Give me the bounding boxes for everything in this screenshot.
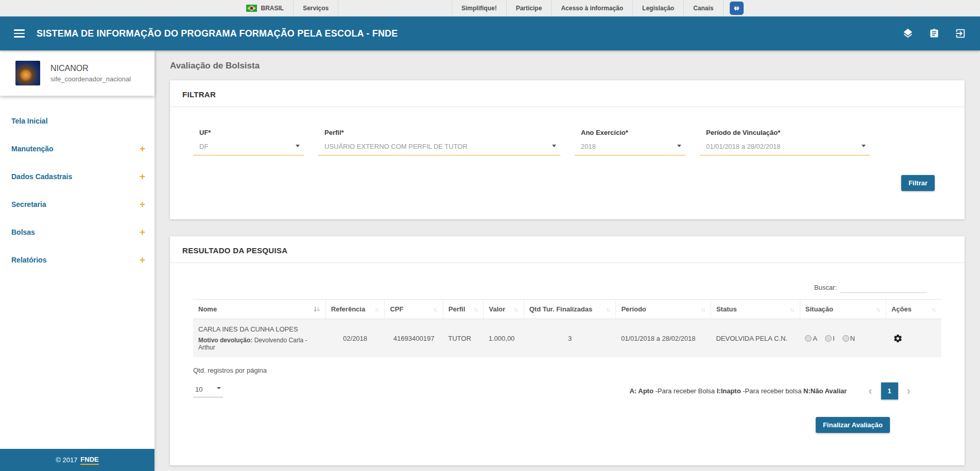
- filtrar-button[interactable]: Filtrar: [901, 175, 935, 191]
- column-header-periodo[interactable]: Período↑↓: [616, 300, 711, 319]
- per-page-value: 10: [195, 386, 202, 393]
- cell-perfil: TUTOR: [443, 319, 483, 358]
- sidebar-item-dados-cadastrais[interactable]: Dados Cadastrais +: [0, 163, 154, 190]
- column-header-nome[interactable]: Nome: [193, 300, 325, 319]
- ano-exercicio-select[interactable]: 2018: [575, 142, 685, 155]
- row-actions-button[interactable]: [891, 334, 903, 343]
- situacao-legend: A: Apto -Para receber Bolsa I:Inapto -Pa…: [629, 387, 847, 395]
- sidebar-item-relatorios[interactable]: Relatórios +: [0, 246, 154, 274]
- column-header-qtd-turmas[interactable]: Qtd Tur. Finalizadas↑↓: [524, 300, 616, 319]
- ano-value: 2018: [581, 143, 596, 150]
- vlibras-button[interactable]: [730, 2, 744, 15]
- situacao-radio-nao-avaliar[interactable]: [843, 335, 849, 342]
- sidebar-item-label: Tela Inicial: [11, 117, 48, 125]
- sidebar-item-manutencao[interactable]: Manutenção +: [0, 135, 154, 163]
- plus-icon: +: [140, 254, 145, 266]
- previous-page-icon[interactable]: ‹: [868, 386, 872, 397]
- perfil-value: USUÁRIO EXTERNO COM PERFIL DE TUTOR: [324, 143, 468, 150]
- logout-icon[interactable]: [955, 28, 966, 39]
- govbar-legislacao[interactable]: Legislação: [632, 0, 683, 16]
- field-ano-exercicio: Ano Exercício* 2018: [575, 129, 685, 155]
- filter-panel-title: FILTRAR: [170, 80, 965, 107]
- sort-icon: ↑↓: [433, 306, 438, 312]
- cell-valor: 1.000,00: [484, 319, 524, 358]
- column-header-referencia[interactable]: Referência↑↓: [325, 300, 385, 319]
- situacao-label-i: I: [833, 335, 835, 342]
- sort-icon: ↑↓: [790, 306, 795, 312]
- layers-icon[interactable]: [902, 28, 914, 39]
- periodo-vinculacao-select[interactable]: 01/01/2018 a 28/02/2018: [700, 142, 870, 155]
- field-uf-label: UF*: [193, 129, 304, 136]
- sort-active-icon: [314, 306, 320, 312]
- cell-qtd-turmas: 3: [524, 319, 616, 358]
- periodo-value: 01/01/2018 a 28/02/2018: [706, 143, 781, 150]
- field-ano-label: Ano Exercício*: [575, 129, 685, 136]
- cell-cpf: 41693400197: [385, 319, 443, 358]
- govbar-acesso-informacao[interactable]: Acesso à informação: [551, 0, 632, 16]
- cell-acoes: [886, 319, 941, 358]
- app-title: SISTEMA DE INFORMAÇÃO DO PROGRAMA FORMAÇ…: [37, 28, 398, 39]
- user-role: sife_coordenador_nacional: [50, 75, 131, 83]
- column-header-status[interactable]: Status↑↓: [711, 300, 800, 319]
- user-card: NICANOR sife_coordenador_nacional: [0, 50, 154, 96]
- vlibras-hands-icon: [732, 4, 741, 13]
- menu-icon[interactable]: [14, 29, 25, 38]
- govbar-simplifique[interactable]: Simplifique!: [452, 0, 506, 16]
- sort-icon: ↑↓: [606, 306, 610, 312]
- govbar-participe[interactable]: Participe: [506, 0, 552, 16]
- sidebar-item-bolsas[interactable]: Bolsas +: [0, 218, 154, 246]
- cell-periodo: 01/01/2018 a 28/02/2018: [616, 319, 711, 358]
- user-name: NICANOR: [50, 64, 131, 73]
- fnde-link[interactable]: FNDE: [80, 456, 98, 465]
- field-periodo-vinculacao: Período de Vinculação* 01/01/2018 a 28/0…: [700, 129, 870, 155]
- filter-panel: FILTRAR UF* DF Perfil* USUÁRIO EXTERNO C…: [170, 80, 965, 219]
- sort-icon: ↑↓: [932, 306, 936, 312]
- pagination: ‹ 1 ›: [868, 382, 910, 399]
- caret-down-icon: [552, 145, 556, 147]
- sort-icon: ↑↓: [473, 306, 478, 312]
- copyright-text: © 2017: [56, 456, 77, 464]
- column-header-acoes[interactable]: Ações↑↓: [886, 300, 941, 319]
- situacao-radio-apto[interactable]: [805, 335, 812, 342]
- search-input[interactable]: [840, 283, 927, 293]
- plus-icon: +: [140, 171, 145, 182]
- plus-icon: +: [140, 199, 145, 210]
- column-header-valor[interactable]: Valor↑↓: [484, 300, 524, 319]
- gov-bar: BRASIL Serviços Simplifique! Participe A…: [0, 0, 980, 16]
- sidebar-item-secretaria[interactable]: Secretaria +: [0, 190, 154, 218]
- page-1-button[interactable]: 1: [881, 382, 898, 399]
- clipboard-icon[interactable]: [929, 28, 939, 39]
- app-header: SISTEMA DE INFORMAÇÃO DO PROGRAMA FORMAÇ…: [0, 16, 980, 50]
- page-title: Avaliação de Bolsista: [170, 61, 965, 71]
- govbar-brasil[interactable]: BRASIL: [237, 0, 294, 16]
- brasil-label: BRASIL: [261, 5, 284, 12]
- perfil-select[interactable]: USUÁRIO EXTERNO COM PERFIL DE TUTOR: [318, 142, 560, 155]
- next-page-icon[interactable]: ›: [907, 386, 910, 397]
- govbar-servicos[interactable]: Serviços: [293, 0, 338, 16]
- sidebar-nav: Tela Inicial Manutenção + Dados Cadastra…: [0, 96, 154, 274]
- gear-icon: [893, 334, 903, 343]
- sidebar: NICANOR sife_coordenador_nacional Tela I…: [0, 50, 154, 471]
- sidebar-item-tela-inicial[interactable]: Tela Inicial: [0, 107, 154, 135]
- plus-icon: +: [140, 226, 145, 238]
- column-header-perfil[interactable]: Perfil↑↓: [443, 300, 483, 319]
- finalizar-avaliacao-button[interactable]: Finalizar Avaliação: [816, 417, 890, 433]
- motivo-devolucao-label: Motivo devolução:: [198, 337, 252, 344]
- column-header-situacao[interactable]: Situação↑↓: [800, 300, 886, 319]
- results-panel-title: RESULTADO DA PESQUISA: [170, 236, 965, 263]
- cell-situacao: A I N: [800, 319, 886, 358]
- field-periodo-label: Período de Vinculação*: [700, 129, 870, 136]
- plus-icon: +: [140, 143, 145, 154]
- situacao-radio-inapto[interactable]: [825, 335, 832, 342]
- govbar-canais[interactable]: Canais: [683, 0, 723, 16]
- column-header-cpf[interactable]: CPF↑↓: [385, 300, 443, 319]
- uf-select[interactable]: DF: [193, 142, 304, 155]
- search-label: Buscar:: [814, 284, 837, 291]
- sidebar-item-label: Bolsas: [11, 228, 35, 236]
- per-page-select[interactable]: 10: [193, 385, 223, 397]
- main-content: Avaliação de Bolsista FILTRAR UF* DF Per…: [154, 50, 980, 471]
- sidebar-item-label: Secretaria: [11, 200, 46, 208]
- field-uf: UF* DF: [193, 129, 304, 155]
- cell-status: DEVOLVIDA PELA C.N.: [711, 319, 800, 358]
- cell-nome: CARLA INES DA CUNHA LOPES Motivo devoluç…: [193, 319, 325, 358]
